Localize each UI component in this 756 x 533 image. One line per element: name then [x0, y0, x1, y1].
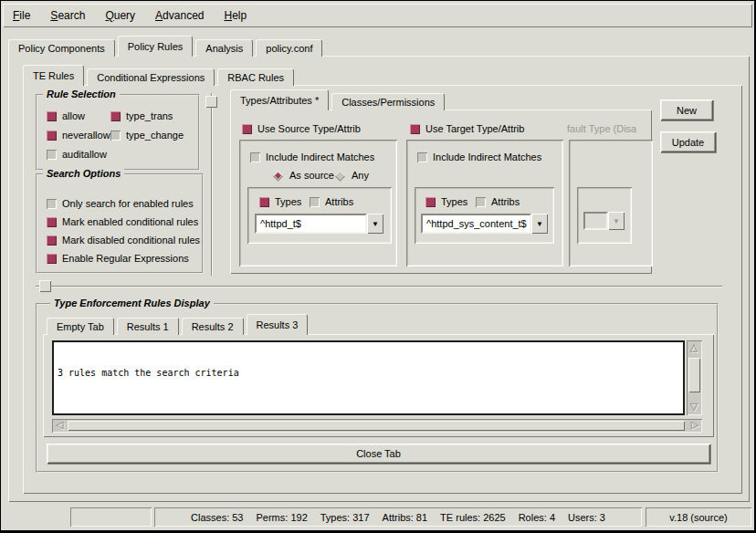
- tab-policy-rules[interactable]: Policy Rules: [118, 36, 194, 57]
- default-type-combo-arrow: ▼: [608, 212, 625, 230]
- source-type-combo-arrow[interactable]: ▼: [367, 214, 383, 234]
- tab-results-2[interactable]: Results 2: [182, 318, 244, 335]
- status-stat: TE rules: 2625: [440, 512, 506, 523]
- source-types-checkbox-indicator: [259, 197, 269, 207]
- search-options-title: Search Options: [43, 168, 124, 179]
- tab-types-attributes[interactable]: Types/Attributes *: [230, 89, 329, 110]
- horizontal-sash-handle[interactable]: [39, 280, 51, 292]
- checkbox-use-source[interactable]: Use Source Type/Attrib: [242, 122, 361, 135]
- checkbox-source-types[interactable]: Types: [259, 195, 301, 208]
- target-types-label: Types: [441, 196, 467, 207]
- te-tab-bar: TE Rules Conditional Expressions RBAC Ru…: [23, 65, 297, 86]
- target-attribs-checkbox-indicator: [476, 197, 486, 207]
- target-type-combo-arrow[interactable]: ▼: [531, 214, 548, 234]
- tab-conditional-expressions[interactable]: Conditional Expressions: [87, 68, 215, 86]
- criteria-tab-bar: Types/Attributes * Classes/Permissions: [230, 89, 447, 110]
- checkbox-target-indirect[interactable]: Include Indirect Matches: [417, 151, 541, 163]
- checkbox-mark-disabled-conditional[interactable]: Mark disabled conditional rules: [47, 234, 200, 246]
- scroll-right-icon[interactable]: ▷: [688, 420, 701, 432]
- status-box-version: v.18 (source): [646, 507, 751, 527]
- mark-disabled-checkbox-indicator: [47, 235, 57, 246]
- default-type-label: fault Type (Disa: [567, 123, 636, 134]
- any-label: Any: [352, 170, 369, 181]
- enable-regex-label: Enable Regular Expressions: [62, 253, 189, 264]
- scroll-up-icon[interactable]: △: [688, 342, 700, 354]
- tab-classes-permissions[interactable]: Classes/Permissions: [331, 93, 445, 110]
- auditallow-checkbox-indicator: [47, 150, 57, 160]
- update-button[interactable]: Update: [660, 131, 716, 152]
- types-attributes-page: Use Source Type/Attrib Include Indirect …: [230, 110, 652, 274]
- results-tab-bar: Empty Tab Results 1 Results 2 Results 3: [47, 315, 310, 335]
- menu-query[interactable]: Query: [95, 5, 145, 26]
- auditallow-label: auditallow: [62, 149, 107, 160]
- close-tab-button[interactable]: Close Tab: [47, 444, 710, 464]
- checkbox-only-enabled-rules[interactable]: Only search for enabled rules: [47, 197, 194, 210]
- status-stat: Perms: 192: [257, 512, 308, 523]
- checkbox-type-change[interactable]: type_change: [110, 129, 184, 141]
- tab-rbac-rules[interactable]: RBAC Rules: [217, 68, 294, 86]
- allow-label: allow: [62, 110, 85, 121]
- checkbox-enable-regex[interactable]: Enable Regular Expressions: [47, 252, 189, 265]
- main-tab-bar: Policy Components Policy Rules Analysis …: [8, 36, 325, 57]
- enable-regex-checkbox-indicator: [47, 254, 57, 264]
- allow-checkbox-indicator: [47, 111, 57, 121]
- target-type-combo-entry[interactable]: ^httpd_sys_content_t$: [421, 214, 531, 234]
- checkbox-auditallow[interactable]: auditallow: [47, 148, 107, 161]
- neverallow-checkbox-indicator: [47, 131, 57, 141]
- tab-analysis[interactable]: Analysis: [195, 39, 253, 57]
- checkbox-allow[interactable]: allow: [47, 110, 85, 122]
- source-types-attribs-frame: Types Attribs ^httpd_t$ ▼: [247, 187, 392, 244]
- dropdown-arrow-icon: ▼: [372, 220, 379, 228]
- results-horizontal-scrollbar[interactable]: ◁ ▷: [52, 419, 702, 433]
- source-attribs-label: Attribs: [325, 196, 353, 207]
- target-frame: Include Indirect Matches Types Attribs ^…: [406, 140, 563, 266]
- scroll-left-icon[interactable]: ◁: [53, 420, 66, 432]
- checkbox-target-attribs[interactable]: Attribs: [476, 195, 520, 208]
- use-target-checkbox-indicator: [410, 124, 420, 134]
- vertical-sash: [211, 93, 213, 276]
- checkbox-target-types[interactable]: Types: [425, 195, 467, 208]
- default-type-inner-frame: ▼: [577, 187, 632, 244]
- source-types-label: Types: [275, 196, 301, 207]
- search-options-group: Search Options Only search for enabled r…: [36, 173, 204, 274]
- radio-as-source[interactable]: As source: [272, 169, 334, 182]
- blank-line: [58, 402, 679, 414]
- vertical-sash-handle[interactable]: [205, 96, 217, 108]
- default-type-combobox: ▼: [583, 212, 625, 230]
- tab-policy-conf[interactable]: policy.conf: [256, 39, 322, 57]
- tab-results-3[interactable]: Results 3: [247, 314, 309, 335]
- checkbox-mark-enabled-conditional[interactable]: Mark enabled conditional rules: [47, 215, 198, 228]
- tab-empty-tab[interactable]: Empty Tab: [47, 318, 114, 335]
- new-button[interactable]: New: [660, 99, 713, 120]
- use-source-checkbox-indicator: [242, 124, 252, 134]
- menu-help[interactable]: Help: [214, 5, 257, 26]
- status-box-empty: [70, 507, 152, 527]
- results-vertical-scrollbar[interactable]: △ ▽: [687, 340, 702, 415]
- menu-advanced[interactable]: Advanced: [145, 5, 214, 26]
- mark-disabled-label: Mark disabled conditional rules: [62, 235, 200, 246]
- any-radio-indicator: [334, 170, 346, 182]
- source-frame: Include Indirect Matches As source Any T…: [239, 140, 397, 266]
- only-enabled-checkbox-indicator: [47, 199, 57, 209]
- checkbox-source-indirect[interactable]: Include Indirect Matches: [250, 151, 374, 163]
- checkbox-source-attribs[interactable]: Attribs: [310, 195, 353, 208]
- menu-file[interactable]: File: [3, 5, 40, 26]
- tab-results-1[interactable]: Results 1: [117, 318, 179, 335]
- scroll-down-icon[interactable]: ▽: [688, 402, 700, 413]
- checkbox-use-target[interactable]: Use Target Type/Attrib: [410, 122, 524, 135]
- menu-search[interactable]: Search: [40, 5, 95, 26]
- checkbox-type-trans[interactable]: type_trans: [110, 110, 173, 122]
- status-stat: Classes: 53: [191, 512, 243, 523]
- results-3-page: 3 rules match the search criteria (5822)…: [43, 334, 714, 437]
- tab-te-rules[interactable]: TE Rules: [23, 65, 84, 86]
- results-text-area[interactable]: 3 rules match the search criteria (5822)…: [52, 340, 685, 415]
- checkbox-neverallow[interactable]: neverallow: [47, 129, 110, 141]
- horizontal-scrollbar-thumb[interactable]: [68, 421, 685, 431]
- target-type-combobox: ^httpd_sys_content_t$ ▼: [421, 214, 548, 234]
- source-type-combobox: ^httpd_t$ ▼: [255, 214, 383, 234]
- tab-policy-components[interactable]: Policy Components: [8, 39, 115, 57]
- mark-enabled-label: Mark enabled conditional rules: [62, 216, 198, 227]
- source-type-combo-entry[interactable]: ^httpd_t$: [255, 214, 367, 234]
- radio-any[interactable]: Any: [334, 169, 369, 182]
- vertical-scrollbar-thumb[interactable]: [688, 358, 700, 392]
